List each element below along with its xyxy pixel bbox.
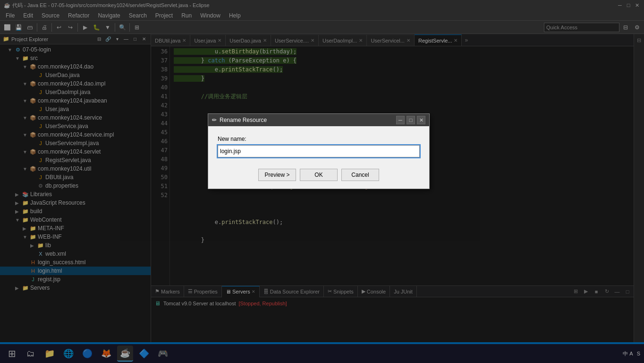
preview-button[interactable]: Preview > xyxy=(258,169,296,181)
dialog-minimize-button[interactable]: ─ xyxy=(396,116,405,124)
rename-dialog: ✏ Rename Resource ─ □ ✕ New name: Previe… xyxy=(208,113,430,189)
dialog-overlay: ✏ Rename Resource ─ □ ✕ New name: Previe… xyxy=(0,0,644,363)
dialog-close-button[interactable]: ✕ xyxy=(417,116,425,124)
dialog-icon: ✏ xyxy=(212,117,217,123)
dialog-name-input[interactable] xyxy=(218,145,420,157)
dialog-titlebar-btns[interactable]: ─ □ ✕ xyxy=(396,116,425,124)
dialog-maximize-button[interactable]: □ xyxy=(407,116,415,124)
dialog-buttons: Preview > OK Cancel xyxy=(208,162,429,189)
dialog-titlebar: ✏ Rename Resource ─ □ ✕ xyxy=(208,114,429,126)
dialog-label: New name: xyxy=(218,136,420,142)
cancel-button[interactable]: Cancel xyxy=(341,169,379,181)
ok-button[interactable]: OK xyxy=(300,169,338,181)
dialog-body: New name: xyxy=(208,126,429,162)
dialog-title: Rename Resource xyxy=(220,117,267,123)
